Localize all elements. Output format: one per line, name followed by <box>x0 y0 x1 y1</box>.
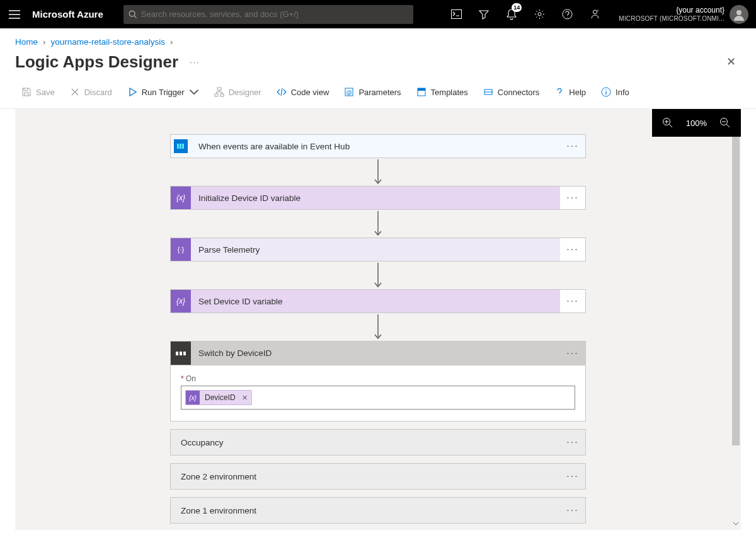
step-title: Initialize Device ID variable <box>191 187 560 209</box>
discard-icon <box>70 87 80 97</box>
switch-body: * On {x} DeviceID ✕ <box>171 365 585 421</box>
cloud-shell-icon[interactable] <box>442 0 470 28</box>
help-icon <box>554 87 564 97</box>
account-block[interactable]: {your account} MICROSOFT (MICROSOFT.ONMI… <box>609 6 730 22</box>
step-more-button[interactable] <box>560 290 585 313</box>
templates-icon <box>416 87 427 97</box>
step-more-button[interactable] <box>560 505 585 516</box>
title-more-button[interactable]: ··· <box>190 57 200 67</box>
parse-telemetry-step[interactable]: {·} Parse Telemetry <box>170 238 586 261</box>
zoom-in-button[interactable] <box>662 117 673 129</box>
variable-token[interactable]: {x} DeviceID ✕ <box>185 390 252 405</box>
search-box[interactable] <box>123 5 413 24</box>
info-button[interactable]: Info <box>595 83 636 101</box>
connector-arrow <box>170 313 586 341</box>
hamburger-menu[interactable] <box>0 0 28 28</box>
connector-arrow <box>170 210 586 238</box>
switch-header[interactable]: Switch by DeviceID <box>171 342 585 365</box>
set-variable-step[interactable]: {x} Set Device ID variable <box>170 289 586 313</box>
step-title: Switch by DeviceID <box>191 342 560 365</box>
svg-point-5 <box>736 10 742 15</box>
page-title: Logic Apps Designer <box>15 52 178 72</box>
switch-icon <box>171 342 191 365</box>
event-hub-icon <box>171 135 191 158</box>
switch-step: Switch by DeviceID * On {x} DeviceID ✕ <box>170 341 586 422</box>
svg-point-4 <box>593 10 597 14</box>
step-more-button[interactable] <box>560 471 585 482</box>
on-label: * On <box>181 374 575 383</box>
close-button[interactable]: ✕ <box>721 52 741 72</box>
breadcrumb-resource[interactable]: yourname-retail-store-analysis <box>51 37 166 47</box>
case-title: Zone 2 environment <box>171 472 560 481</box>
case-occupancy[interactable]: Occupancy <box>170 429 586 456</box>
designer-button: Designer <box>208 83 268 101</box>
step-title: Set Device ID variable <box>191 290 560 313</box>
init-variable-step[interactable]: {x} Initialize Device ID variable <box>170 186 586 210</box>
svg-text:{·}: {·} <box>178 246 185 253</box>
case-zone2[interactable]: Zone 2 environment <box>170 463 586 490</box>
svg-point-0 <box>129 11 135 16</box>
step-title: Parse Telemetry <box>191 238 560 261</box>
connector-arrow <box>170 261 586 289</box>
breadcrumb: Home › yourname-retail-store-analysis › <box>0 28 756 50</box>
directory-filter-icon[interactable] <box>470 0 498 28</box>
run-trigger-button[interactable]: Run Trigger <box>121 83 205 101</box>
svg-rect-1 <box>451 10 461 19</box>
svg-text:{x}: {x} <box>176 193 185 202</box>
svg-rect-18 <box>180 144 181 149</box>
search-input[interactable] <box>137 9 408 19</box>
svg-rect-24 <box>180 352 182 355</box>
templates-button[interactable]: Templates <box>410 83 474 101</box>
save-icon <box>21 87 32 97</box>
connector-arrow <box>170 158 586 186</box>
account-org: MICROSOFT (MICROSOFT.ONMI... <box>619 15 724 23</box>
discard-button: Discard <box>64 83 118 101</box>
zoom-out-button[interactable] <box>719 117 731 129</box>
svg-rect-17 <box>177 144 179 149</box>
help-icon[interactable] <box>553 0 581 28</box>
designer-icon <box>214 87 224 97</box>
command-bar: Save Discard Run Trigger Designer Code v… <box>0 83 756 109</box>
designer-canvas[interactable]: 100% When events are available in Event … <box>15 109 741 530</box>
parameters-icon: @ <box>344 87 354 97</box>
workflow: When events are available in Event Hub {… <box>170 134 586 524</box>
on-input[interactable]: {x} DeviceID ✕ <box>181 386 575 410</box>
connectors-icon <box>483 87 493 97</box>
svg-rect-19 <box>182 144 184 149</box>
step-more-button[interactable] <box>560 437 585 448</box>
save-button: Save <box>15 83 61 101</box>
step-more-button[interactable] <box>560 238 585 261</box>
trigger-step[interactable]: When events are available in Event Hub <box>170 134 586 158</box>
help-button[interactable]: Help <box>548 83 592 101</box>
variable-icon: {x} <box>171 187 191 209</box>
case-zone1[interactable]: Zone 1 environment <box>170 497 586 524</box>
chevron-right-icon: › <box>170 37 173 47</box>
svg-text:{x}: {x} <box>176 297 185 306</box>
vertical-scrollbar[interactable] <box>730 137 741 530</box>
top-bar: Microsoft Azure 14 {your account} MICROS… <box>0 0 756 28</box>
code-icon <box>277 87 287 97</box>
settings-icon[interactable] <box>525 0 553 28</box>
svg-point-3 <box>563 9 572 19</box>
case-title: Occupancy <box>171 438 560 447</box>
step-more-button[interactable] <box>560 135 585 158</box>
token-remove-button[interactable]: ✕ <box>241 394 251 402</box>
step-more-button[interactable] <box>560 342 585 365</box>
step-more-button[interactable] <box>560 187 585 209</box>
code-view-button[interactable]: Code view <box>270 83 336 101</box>
feedback-icon[interactable] <box>581 0 609 28</box>
avatar[interactable] <box>730 5 748 24</box>
variable-icon: {x} <box>186 391 200 405</box>
svg-text:{x}: {x} <box>189 394 197 401</box>
search-icon <box>129 10 137 19</box>
scrollbar-thumb[interactable] <box>732 137 740 445</box>
breadcrumb-home[interactable]: Home <box>15 37 38 47</box>
parameters-button[interactable]: @ Parameters <box>338 83 407 101</box>
scroll-down-icon[interactable] <box>730 518 741 529</box>
svg-point-2 <box>538 13 541 16</box>
zoom-control: 100% <box>652 109 741 137</box>
notifications-icon[interactable]: 14 <box>498 0 525 28</box>
connectors-button[interactable]: Connectors <box>477 83 546 101</box>
account-name: {your account} <box>619 6 724 14</box>
svg-rect-12 <box>418 88 425 91</box>
